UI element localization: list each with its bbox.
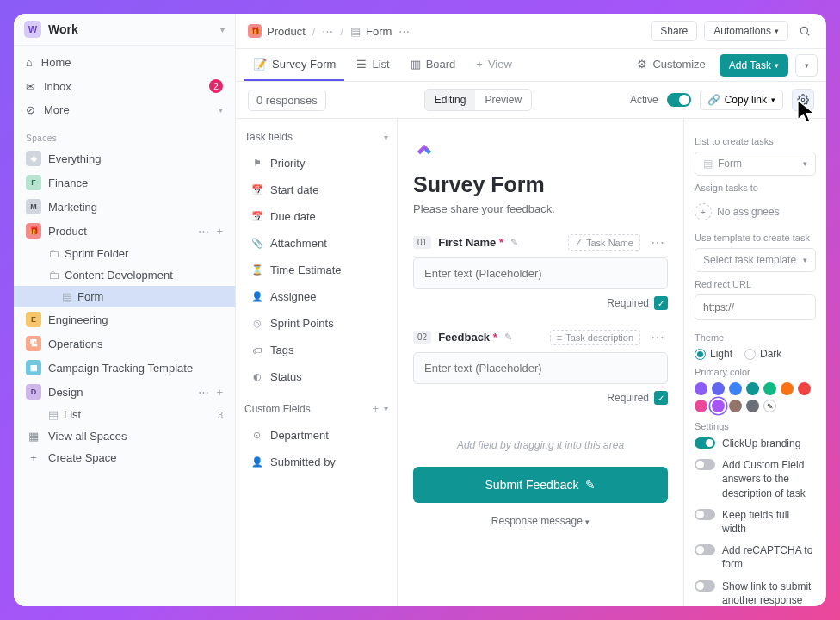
color-swatch[interactable]	[746, 400, 759, 412]
form-settings-button[interactable]	[792, 89, 814, 111]
color-swatch[interactable]	[781, 382, 794, 395]
fullwidth-toggle[interactable]	[695, 509, 715, 520]
theme-light-radio[interactable]: Light	[695, 348, 732, 360]
space-engineering[interactable]: E Engineering	[14, 307, 235, 332]
view-survey-form[interactable]: 📝 Survey Form	[244, 49, 344, 81]
field-sprint-points[interactable]: ◎Sprint Points	[244, 310, 388, 337]
space-product[interactable]: 🎁 Product ⋯ +	[14, 219, 235, 243]
add-icon[interactable]: +	[216, 225, 223, 238]
create-space[interactable]: + Create Space	[14, 447, 235, 468]
field-label[interactable]: Feedback *	[438, 331, 497, 344]
form-title[interactable]: Survey Form	[413, 172, 668, 197]
field-submitted-by[interactable]: 👤Submitted by	[244, 449, 388, 475]
space-finance[interactable]: F Finance	[14, 170, 235, 195]
field-more[interactable]: ⋯	[647, 234, 668, 251]
color-swatch[interactable]	[712, 400, 725, 412]
tab-preview[interactable]: Preview	[475, 90, 531, 110]
add-custom-field-icon[interactable]: +	[372, 402, 379, 415]
field-attachment[interactable]: 📎Attachment	[244, 230, 388, 257]
edit-icon[interactable]: ✎	[510, 237, 518, 248]
space-campaign[interactable]: ▦ Campaign Tracking Template	[14, 356, 235, 380]
more-dots-icon[interactable]: ⋯	[198, 225, 209, 238]
customize-button[interactable]: ⚙ Customize	[630, 53, 712, 78]
responses-count[interactable]: 0 responses	[248, 90, 326, 111]
color-swatch[interactable]	[746, 382, 759, 395]
field-assignee[interactable]: 👤Assignee	[244, 283, 388, 310]
recaptcha-toggle[interactable]	[695, 544, 715, 555]
branding-toggle[interactable]	[695, 437, 715, 449]
field-time-estimate[interactable]: ⏳Time Estimate	[244, 257, 388, 283]
color-swatch[interactable]	[695, 382, 707, 395]
user-icon: 👤	[251, 291, 262, 302]
setting-list-select[interactable]: ▤ Form ▾	[695, 152, 816, 176]
plus-icon: +	[476, 58, 483, 71]
space-marketing[interactable]: M Marketing	[14, 195, 235, 219]
color-swatch[interactable]	[729, 382, 742, 395]
view-list[interactable]: ☰ List	[348, 49, 398, 81]
edit-icon[interactable]: ✎	[504, 332, 512, 343]
status-icon: ◐	[251, 371, 262, 382]
nav-inbox[interactable]: ✉ Inbox 2	[14, 74, 235, 98]
form-description[interactable]: Please share your feedback.	[413, 202, 668, 215]
breadcrumb-space[interactable]: 🎁 Product	[248, 24, 306, 38]
drop-zone[interactable]: Add field by dragging it into this area	[413, 424, 668, 467]
redirect-url-input[interactable]	[695, 294, 816, 320]
color-picker-icon[interactable]: ✎	[763, 400, 776, 412]
breadcrumb-ellipsis[interactable]: ⋯	[322, 25, 333, 38]
folder-content-dev[interactable]: 🗀 Content Development	[14, 264, 235, 286]
add-icon[interactable]: +	[216, 386, 223, 399]
response-message[interactable]: Response message ▾	[413, 503, 668, 539]
task-fields-header[interactable]: Task fields ▾	[244, 127, 388, 150]
required-checkbox[interactable]: ✓	[654, 296, 668, 310]
field-due-date[interactable]: 📅Due date	[244, 203, 388, 230]
color-swatch[interactable]	[712, 382, 725, 395]
breadcrumb-list[interactable]: ▤ Form	[350, 25, 392, 38]
more-button[interactable]: ▾	[795, 54, 818, 77]
space-everything[interactable]: ◈ Everything	[14, 146, 235, 170]
field-status[interactable]: ◐Status	[244, 363, 388, 390]
automations-button[interactable]: Automations ▾	[704, 21, 788, 41]
color-swatch[interactable]	[695, 400, 707, 412]
folder-sprint[interactable]: 🗀 Sprint Folder	[14, 243, 235, 264]
workspace-switcher[interactable]: W Work ▾	[14, 14, 235, 46]
list-design-list[interactable]: ▤ List 3	[14, 404, 235, 425]
feedback-input[interactable]	[413, 352, 668, 384]
more-dots-icon[interactable]: ⋯	[198, 386, 209, 399]
list-form[interactable]: ▤ Form	[14, 286, 235, 307]
theme-dark-radio[interactable]: Dark	[744, 348, 781, 360]
required-checkbox[interactable]: ✓	[654, 391, 668, 405]
another-toggle[interactable]	[695, 580, 715, 592]
submit-button[interactable]: Submit Feedback ✎	[413, 467, 668, 503]
add-view[interactable]: + View	[467, 49, 521, 81]
view-board[interactable]: ▥ Board	[402, 49, 465, 81]
copy-link-button[interactable]: 🔗 Copy link ▾	[700, 90, 783, 110]
cf-toggle[interactable]	[695, 459, 715, 470]
color-swatch[interactable]	[763, 382, 776, 395]
breadcrumb-more[interactable]: ⋯	[398, 25, 410, 38]
setting-assign-select[interactable]: + No assignees	[695, 198, 816, 226]
field-mapping-tag[interactable]: ✓Task Name	[568, 234, 640, 251]
field-label[interactable]: First Name *	[438, 236, 503, 249]
view-all-spaces[interactable]: ▦ View all Spaces	[14, 425, 235, 447]
share-button[interactable]: Share	[651, 21, 697, 41]
space-design[interactable]: D Design ⋯ +	[14, 380, 235, 404]
field-mapping-tag[interactable]: ≡Task description	[550, 330, 640, 345]
view-tabs: 📝 Survey Form ☰ List ▥ Board + View ⚙ Cu…	[236, 49, 826, 82]
color-swatch[interactable]	[729, 400, 742, 412]
active-toggle[interactable]	[667, 93, 691, 107]
search-button[interactable]	[795, 22, 814, 40]
field-start-date[interactable]: 📅Start date	[244, 177, 388, 203]
color-swatch[interactable]	[798, 382, 811, 395]
setting-template-select[interactable]: Select task template ▾	[695, 248, 816, 272]
field-more[interactable]: ⋯	[647, 329, 668, 345]
first-name-input[interactable]	[413, 257, 668, 289]
custom-fields-header[interactable]: Custom Fields + ▾	[244, 399, 388, 422]
field-priority[interactable]: ⚑Priority	[244, 150, 388, 177]
nav-home[interactable]: ⌂ Home	[14, 51, 235, 74]
tab-editing[interactable]: Editing	[425, 90, 476, 110]
field-department[interactable]: ⊙Department	[244, 422, 388, 449]
field-tags[interactable]: 🏷Tags	[244, 337, 388, 363]
nav-more[interactable]: ⊘ More ▾	[14, 98, 235, 121]
space-operations[interactable]: 🏗 Operations	[14, 332, 235, 356]
add-task-button[interactable]: Add Task ▾	[720, 54, 788, 77]
